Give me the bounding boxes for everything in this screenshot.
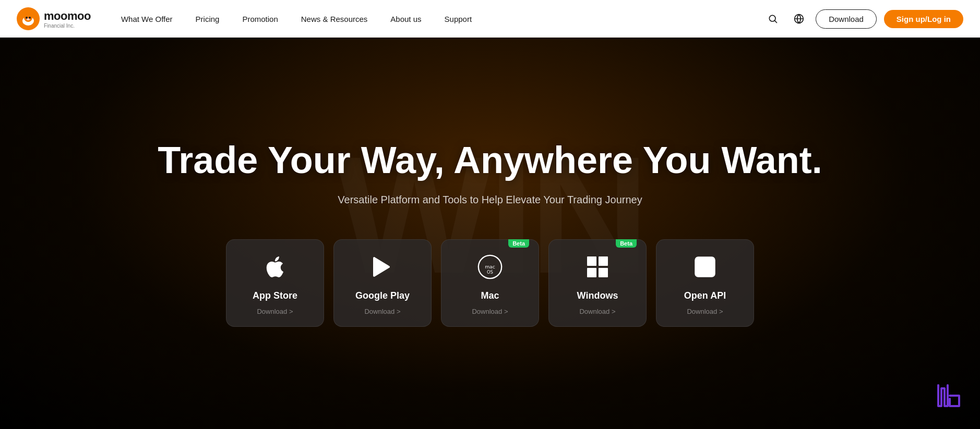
nav-links: What We Offer Pricing Promotion News & R… xyxy=(112,10,763,28)
app-store-title: App Store xyxy=(253,290,297,301)
windows-icon xyxy=(585,254,610,283)
svg-rect-15 xyxy=(587,256,596,266)
navbar: moomoo Financial Inc. What We Offer Pric… xyxy=(0,0,980,38)
apple-icon xyxy=(262,254,288,283)
search-icon xyxy=(768,14,778,24)
signup-button[interactable]: Sign up/Log in xyxy=(884,10,963,28)
google-play-card[interactable]: Google Play Download > xyxy=(333,239,432,327)
nav-about-us[interactable]: About us xyxy=(381,10,431,28)
open-api-download: Download > xyxy=(687,308,723,315)
hero-subtitle: Versatile Platform and Tools to Help Ele… xyxy=(0,194,980,206)
svg-point-7 xyxy=(27,18,30,20)
nav-what-we-offer[interactable]: What We Offer xyxy=(112,10,182,28)
svg-rect-18 xyxy=(599,268,608,277)
download-cards: App Store Download > Google Play Downloa… xyxy=(0,239,980,327)
hero-content: Trade Your Way, Anywhere You Want. Versa… xyxy=(0,140,980,326)
svg-line-9 xyxy=(775,21,777,23)
globe-icon xyxy=(794,14,804,24)
svg-point-8 xyxy=(769,15,775,21)
open-api-card[interactable]: Open API Download > xyxy=(656,239,754,327)
google-play-icon xyxy=(370,254,395,283)
nav-support[interactable]: Support xyxy=(435,10,482,28)
nav-pricing[interactable]: Pricing xyxy=(186,10,229,28)
nav-actions: Download Sign up/Log in xyxy=(763,9,963,29)
windows-download: Download > xyxy=(579,308,615,315)
svg-text:mac: mac xyxy=(485,263,495,269)
mac-beta-badge: Beta xyxy=(508,239,529,248)
api-icon xyxy=(692,254,718,283)
logo-text-sub: Financial Inc. xyxy=(44,23,91,29)
mac-title: Mac xyxy=(481,290,499,301)
corner-watermark xyxy=(933,380,964,413)
logo-icon xyxy=(17,7,40,30)
svg-rect-17 xyxy=(587,268,596,277)
app-store-download: Download > xyxy=(257,308,293,315)
mac-card[interactable]: Beta mac OS Mac Download > xyxy=(441,239,539,327)
open-api-title: Open API xyxy=(684,290,726,301)
google-play-title: Google Play xyxy=(355,290,410,301)
svg-text:OS: OS xyxy=(487,269,493,275)
mac-download: Download > xyxy=(472,308,508,315)
windows-beta-badge: Beta xyxy=(616,239,637,248)
google-play-download: Download > xyxy=(364,308,400,315)
macos-icon: mac OS xyxy=(477,254,503,283)
app-store-card[interactable]: App Store Download > xyxy=(226,239,324,327)
nav-news-resources[interactable]: News & Resources xyxy=(292,10,377,28)
language-button[interactable] xyxy=(790,9,808,28)
svg-rect-16 xyxy=(599,256,608,266)
download-button[interactable]: Download xyxy=(816,9,877,29)
logo[interactable]: moomoo Financial Inc. xyxy=(17,7,91,30)
hero-section: WIN Trade Your Way, Anywhere You Want. V… xyxy=(0,0,980,429)
nav-promotion[interactable]: Promotion xyxy=(233,10,287,28)
windows-title: Windows xyxy=(577,290,618,301)
svg-point-2 xyxy=(24,14,32,22)
logo-text-main: moomoo xyxy=(44,9,91,23)
hero-title: Trade Your Way, Anywhere You Want. xyxy=(0,140,980,181)
search-button[interactable] xyxy=(763,9,782,28)
windows-card[interactable]: Beta Windows Download > xyxy=(548,239,647,327)
